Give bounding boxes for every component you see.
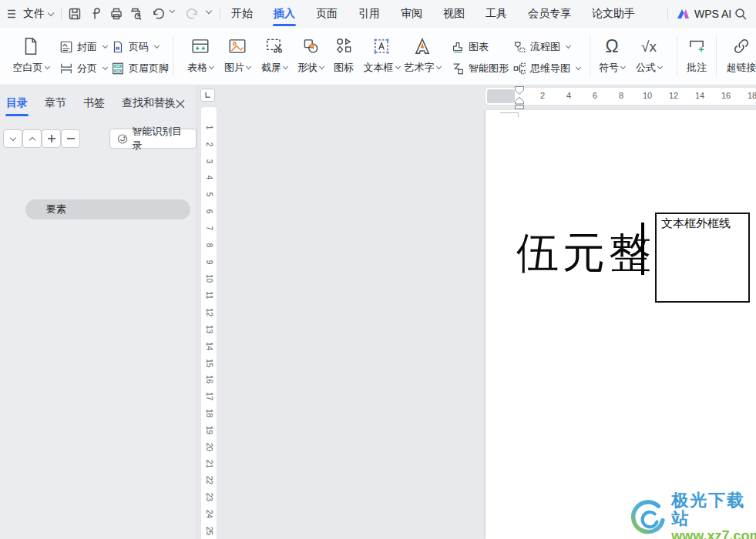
chart-label: 图表 xyxy=(469,40,489,54)
blank-page-button[interactable]: 空白页 xyxy=(8,34,54,80)
ruler-number: 17 xyxy=(205,389,213,404)
document-page[interactable]: 伍元整 文本框外框线 xyxy=(486,110,756,539)
tab-paper-assistant[interactable]: 论文助手 xyxy=(592,0,635,28)
shapes-button[interactable]: 形状 xyxy=(291,34,330,80)
ruler-number: 8 xyxy=(612,91,630,100)
ruler-number: 16 xyxy=(205,372,213,387)
print-icon[interactable] xyxy=(109,7,123,21)
ruler-number: 6 xyxy=(205,204,213,219)
indent-markers[interactable] xyxy=(513,85,526,109)
header-footer-button[interactable]: 页眉页脚 xyxy=(111,59,169,79)
expand-all-button[interactable] xyxy=(22,129,42,148)
tab-reference[interactable]: 引用 xyxy=(358,0,380,28)
smart-graphics-button[interactable]: 智能图形 xyxy=(451,59,509,79)
left-indent-marker xyxy=(516,105,524,109)
quick-access-chevron-icon[interactable] xyxy=(206,8,212,14)
chevron-down-icon xyxy=(154,43,160,49)
screenshot-icon xyxy=(264,34,284,59)
chevron-down-icon xyxy=(395,64,400,69)
smart-toc-button[interactable]: 智能识别目录 xyxy=(109,129,197,149)
wps-ai-logo-icon xyxy=(677,8,690,21)
icon-library-button[interactable]: 图标 xyxy=(328,34,359,80)
smart-recognize-icon xyxy=(117,133,128,145)
watermark-site-name: 极光下载站 xyxy=(671,491,756,528)
table-button[interactable]: 表格 xyxy=(180,34,220,80)
tab-tools[interactable]: 工具 xyxy=(486,0,507,28)
tab-label: 论文助手 xyxy=(592,7,635,21)
ruler-number: 2 xyxy=(533,91,552,100)
comment-label: 批注 xyxy=(687,61,707,75)
file-menu-label: 文件 xyxy=(23,7,45,21)
separator xyxy=(716,35,717,77)
print-preview-icon[interactable] xyxy=(129,7,143,21)
tab-home[interactable]: 开始 xyxy=(231,0,253,28)
ruler-number: 22 xyxy=(205,473,213,488)
export-pdf-icon[interactable] xyxy=(89,7,103,21)
sidebar-tab-chapter[interactable]: 章节 xyxy=(45,85,66,121)
document-body-text[interactable]: 伍元整 xyxy=(516,227,655,278)
symbol-omega-icon: Ω xyxy=(605,38,618,55)
symbol-label: 符号 xyxy=(599,61,619,75)
header-footer-label: 页眉页脚 xyxy=(129,62,169,75)
formula-button[interactable]: √x 公式 xyxy=(632,34,666,80)
comment-button[interactable]: 批注 xyxy=(681,34,712,80)
ruler-number: 11 xyxy=(205,288,213,303)
zoom-in-button[interactable] xyxy=(42,129,61,148)
text-box-icon xyxy=(371,34,391,59)
zoom-out-button[interactable] xyxy=(61,129,80,148)
undo-chevron-icon[interactable] xyxy=(170,8,175,13)
sidebar-tab-find-replace[interactable]: 查找和替换 xyxy=(122,85,176,121)
ruler-number: 6 xyxy=(586,91,604,100)
flowchart-button[interactable]: 流程图 xyxy=(512,37,570,57)
sidebar-tab-label: 章节 xyxy=(45,96,66,110)
wps-ai-button[interactable]: WPS AI xyxy=(677,0,731,28)
hyperlink-icon xyxy=(731,34,751,59)
tab-insert[interactable]: 插入 xyxy=(274,0,295,28)
ruler-number: 10 xyxy=(638,91,657,100)
word-art-button[interactable]: 艺术字 xyxy=(402,34,442,80)
sidebar-tabs: 目录章节书签查找和替换 xyxy=(6,85,176,121)
sidebar-tab-bookmark[interactable]: 书签 xyxy=(83,85,105,121)
text-box-button[interactable]: 文本框 xyxy=(361,34,402,80)
table-icon xyxy=(190,34,210,59)
word-art-icon xyxy=(412,34,432,59)
page-number-button[interactable]: 页码 xyxy=(111,37,159,57)
tab-member-exclusive[interactable]: 会员专享 xyxy=(528,0,571,28)
document-text-box[interactable]: 文本框外框线 xyxy=(655,213,750,303)
symbol-button[interactable]: Ω 符号 xyxy=(595,34,629,80)
picture-button[interactable]: 图片 xyxy=(219,34,256,80)
chart-button[interactable]: 图表 xyxy=(451,37,489,57)
tab-view[interactable]: 视图 xyxy=(443,0,465,28)
cover-button[interactable]: 封面 xyxy=(59,37,107,57)
tab-label: 插入 xyxy=(274,7,295,21)
tab-page[interactable]: 页面 xyxy=(316,0,338,28)
chevron-down-icon xyxy=(283,64,288,69)
ruler-number: 10 xyxy=(205,271,213,286)
ruler-number: 12 xyxy=(205,305,213,320)
mind-map-button[interactable]: 思维导图 xyxy=(512,59,580,79)
chevron-down-icon xyxy=(566,43,571,49)
titlebar: 文件 开始插入页面引用审阅视图工具会员专享论文助手 WPS AI xyxy=(0,0,756,28)
flowchart-icon xyxy=(512,40,526,54)
chevron-down-icon xyxy=(576,65,581,70)
toc-item[interactable]: 要素 xyxy=(25,199,190,219)
collapse-all-button[interactable] xyxy=(3,129,22,148)
undo-icon[interactable] xyxy=(152,7,166,21)
close-icon[interactable] xyxy=(174,98,186,110)
tab-label: 引用 xyxy=(358,7,380,21)
tab-label: 工具 xyxy=(486,7,507,21)
minus-icon xyxy=(66,134,76,143)
screenshot-button[interactable]: 截屏 xyxy=(256,34,293,80)
save-icon[interactable] xyxy=(68,7,82,21)
ruler-margin-area[interactable] xyxy=(487,89,515,103)
file-menu[interactable]: 文件 xyxy=(23,0,53,28)
search-icon[interactable] xyxy=(734,7,748,21)
tab-stop-selector-button[interactable] xyxy=(200,89,215,102)
tab-review[interactable]: 审阅 xyxy=(401,0,422,28)
hyperlink-button[interactable]: 超链接 xyxy=(721,34,756,80)
sidebar-tab-toc[interactable]: 目录 xyxy=(6,85,28,121)
header-footer-icon xyxy=(111,62,125,75)
page-break-button[interactable]: 分页 xyxy=(59,59,107,79)
mind-map-icon xyxy=(512,62,526,75)
hamburger-menu-icon[interactable] xyxy=(6,7,20,21)
